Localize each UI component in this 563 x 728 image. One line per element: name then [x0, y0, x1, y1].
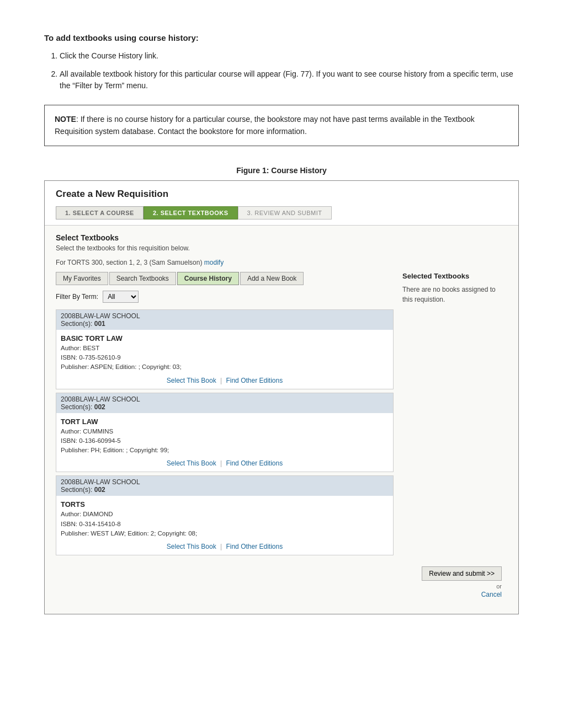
entry-body-0: BASIC TORT LAW Author: BEST ISBN: 0-735-…: [56, 330, 393, 374]
book-publisher-2: Publisher: WEST LAW; Edition: 2; Copyrig…: [61, 529, 389, 538]
select-book-link-1[interactable]: Select This Book: [167, 459, 216, 467]
filter-row: Filter By Term: All 2008B 2007B 2006B: [56, 291, 394, 303]
selected-title: Selected Textbooks: [402, 272, 507, 280]
ui-body: Select Textbooks Select the textbooks fo…: [45, 226, 518, 614]
book-author-1: Author: CUMMINS: [61, 427, 389, 436]
course-info-text: For TORTS 300, section 1, 2, 3 (Sam Samu…: [56, 259, 202, 266]
history-entry-1: 2008BLAW-LAW SCHOOL Section(s): 002 TORT…: [56, 393, 394, 473]
tab-course-history[interactable]: Course History: [177, 272, 239, 285]
instructions-heading: To add textbooks using course history:: [44, 33, 519, 42]
main-content: My Favorites Search Textbooks Course His…: [56, 272, 507, 559]
book-isbn-1: ISBN: 0-136-60994-5: [61, 436, 389, 446]
entry-term-0: 2008BLAW-LAW SCHOOL: [61, 312, 140, 320]
book-author-0: Author: BEST: [61, 344, 389, 353]
no-books-text: There are no books assigned to this requ…: [402, 285, 507, 304]
entry-section-label-1: Section(s):: [61, 403, 92, 411]
book-isbn-2: ISBN: 0-314-15410-8: [61, 520, 389, 529]
book-isbn-0: ISBN: 0-735-52610-9: [61, 353, 389, 362]
find-editions-link-2[interactable]: Find Other Editions: [226, 543, 283, 550]
history-entry-0: 2008BLAW-LAW SCHOOL Section(s): 001 BASI…: [56, 309, 394, 389]
book-title-2: TORTS: [61, 500, 389, 508]
review-submit-button[interactable]: Review and submit >>: [422, 566, 502, 581]
wizard-steps: 1. Select a Course 2. Select Textbooks 3…: [56, 206, 507, 220]
tab-search-textbooks[interactable]: Search Textbooks: [109, 272, 176, 285]
tab-my-favorites[interactable]: My Favorites: [56, 272, 108, 285]
selected-textbooks-panel: Selected Textbooks There are no books as…: [402, 272, 507, 559]
wizard-step-1[interactable]: 1. Select a Course: [56, 206, 144, 220]
instruction-step-1: Click the Course History link.: [60, 50, 519, 62]
book-title-1: TORT LAW: [61, 417, 389, 426]
entry-term-2: 2008BLAW-LAW SCHOOL: [61, 478, 140, 486]
ui-frame: Create a New Requisition 1. Select a Cou…: [44, 180, 519, 614]
tab-add-new-book[interactable]: Add a New Book: [240, 272, 304, 285]
find-editions-link-0[interactable]: Find Other Editions: [226, 377, 283, 384]
entry-section-2: 002: [94, 486, 105, 494]
modify-link[interactable]: modify: [204, 259, 224, 266]
entry-section-label-0: Section(s):: [61, 320, 92, 328]
find-editions-link-1[interactable]: Find Other Editions: [226, 459, 283, 467]
or-text: or: [496, 583, 502, 590]
entry-header-2: 2008BLAW-LAW SCHOOL Section(s): 002: [56, 476, 393, 496]
instructions-section: To add textbooks using course history: C…: [44, 33, 519, 92]
ui-header: Create a New Requisition 1. Select a Cou…: [45, 181, 518, 226]
entry-section-1: 002: [94, 403, 105, 411]
entry-term-1: 2008BLAW-LAW SCHOOL: [61, 395, 140, 403]
history-list: 2008BLAW-LAW SCHOOL Section(s): 001 BASI…: [56, 309, 394, 559]
filter-term-select[interactable]: All 2008B 2007B 2006B: [103, 291, 139, 303]
separator-0: |: [220, 377, 222, 384]
select-book-link-0[interactable]: Select This Book: [167, 377, 216, 384]
course-info-row: For TORTS 300, section 1, 2, 3 (Sam Samu…: [56, 259, 507, 266]
select-book-link-2[interactable]: Select This Book: [167, 543, 216, 550]
entry-actions-2: Select This Book | Find Other Editions: [56, 540, 393, 555]
note-label: NOTE: [55, 115, 76, 124]
wizard-step-2[interactable]: 2. Select Textbooks: [144, 206, 238, 220]
entry-body-1: TORT LAW Author: CUMMINS ISBN: 0-136-609…: [56, 413, 393, 458]
book-publisher-0: Publisher: ASPEN; Edition: ; Copyright: …: [61, 362, 389, 372]
instruction-step-2: All available textbook history for this …: [60, 68, 519, 92]
entry-actions-0: Select This Book | Find Other Editions: [56, 374, 393, 389]
tab-bar: My Favorites Search Textbooks Course His…: [56, 272, 394, 285]
entry-actions-1: Select This Book | Find Other Editions: [56, 457, 393, 472]
separator-1: |: [220, 459, 222, 467]
book-author-2: Author: DIAMOND: [61, 510, 389, 519]
separator-2: |: [220, 543, 222, 550]
instructions-list: Click the Course History link. All avail…: [60, 50, 519, 92]
section-subtitle: Select the textbooks for this requisitio…: [56, 244, 507, 252]
entry-header-0: 2008BLAW-LAW SCHOOL Section(s): 001: [56, 310, 393, 330]
cancel-link[interactable]: Cancel: [481, 591, 502, 598]
left-panel: My Favorites Search Textbooks Course His…: [56, 272, 394, 559]
note-text: : If there is no course history for a pa…: [55, 115, 475, 136]
book-publisher-1: Publisher: PH; Edition: ; Copyright: 99;: [61, 446, 389, 455]
figure-caption: Figure 1: Course History: [44, 166, 519, 175]
entry-body-2: TORTS Author: DIAMOND ISBN: 0-314-15410-…: [56, 496, 393, 540]
history-entry-2: 2008BLAW-LAW SCHOOL Section(s): 002 TORT…: [56, 475, 394, 555]
entry-section-label-2: Section(s):: [61, 486, 92, 494]
entry-section-0: 001: [94, 320, 105, 328]
ui-title: Create a New Requisition: [56, 189, 507, 200]
book-title-0: BASIC TORT LAW: [61, 334, 389, 342]
entry-header-1: 2008BLAW-LAW SCHOOL Section(s): 002: [56, 393, 393, 413]
filter-label: Filter By Term:: [56, 293, 98, 301]
section-title: Select Textbooks: [56, 233, 507, 242]
wizard-step-3[interactable]: 3. Review and Submit: [238, 206, 332, 220]
bottom-actions: Review and submit >> or Cancel: [56, 566, 507, 606]
note-box: NOTE: If there is no course history for …: [44, 105, 519, 146]
